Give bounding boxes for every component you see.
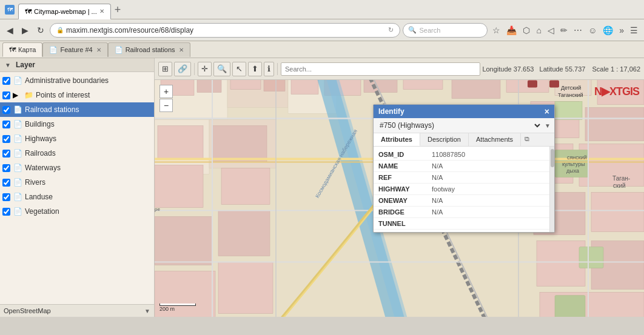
identify-val-name: N/A bbox=[432, 162, 443, 170]
link-tool-btn[interactable]: 🔗 bbox=[174, 62, 191, 76]
sidebar-dropdown-icon[interactable]: ▼ bbox=[144, 308, 150, 314]
svg-rect-60 bbox=[549, 81, 559, 88]
identify-key-name: NAME bbox=[378, 162, 427, 170]
globe-btn[interactable]: 🌐 bbox=[600, 24, 615, 36]
svg-text:Детский: Детский bbox=[561, 85, 581, 91]
home-btn[interactable]: ⌂ bbox=[534, 24, 543, 36]
identify-key-oneway: ONEWAY bbox=[378, 197, 427, 204]
layer-item-landuse[interactable]: 📄 Landuse bbox=[0, 190, 154, 204]
sidebar-header-label: Layer bbox=[16, 61, 35, 69]
browser-tab-active[interactable]: 🗺 Citymap-webmap | ... ✕ bbox=[18, 4, 111, 19]
zoom-in-btn[interactable]: + bbox=[159, 85, 173, 98]
sidebar-header: ▼ Layer bbox=[0, 58, 154, 72]
layer-icon-admin: 📄 bbox=[13, 76, 22, 85]
identify-feature-select[interactable]: #750 (Highways) bbox=[377, 121, 542, 130]
identify-row-osmid: OSM_ID 110887850 bbox=[374, 149, 549, 161]
zoom-tool-btn[interactable]: 🔍 bbox=[213, 62, 230, 76]
identify-dropdown-icon: ▼ bbox=[545, 122, 551, 129]
layer-item-buildings[interactable]: 📄 Buildings bbox=[0, 117, 154, 131]
tab-close-btn[interactable]: ✕ bbox=[99, 8, 104, 15]
svg-text:Таганский: Таганский bbox=[558, 92, 583, 98]
svg-rect-21 bbox=[155, 217, 212, 265]
back2-btn[interactable]: ◁ bbox=[545, 24, 557, 36]
layer-expand-icon[interactable]: ▼ bbox=[5, 62, 13, 68]
layer-checkbox-buildings[interactable] bbox=[2, 121, 10, 128]
layer-label-landuse: Landuse bbox=[25, 193, 53, 201]
more-btn[interactable]: ⋯ bbox=[571, 24, 585, 36]
layer-item-vegetation[interactable]: 📄 Vegetation bbox=[0, 204, 154, 219]
scale-label: Scale bbox=[592, 65, 609, 73]
identify-key-highway: HIGHWAY bbox=[378, 185, 427, 193]
app-tab-bar: 🗺 Карта 📄 Feature #4 ✕ 📄 Railroad statio… bbox=[0, 41, 644, 58]
map-search-input[interactable] bbox=[281, 62, 480, 76]
app-tab-railstations[interactable]: 📄 Railroad stations ✕ bbox=[108, 42, 190, 57]
main-layout: ▼ Layer 📄 Administrative boundaries ▶ 📁 … bbox=[0, 58, 644, 317]
layer-icon-railstations: 📄 bbox=[13, 105, 22, 114]
pen-btn[interactable]: ✏ bbox=[558, 24, 570, 36]
app-tab-feature[interactable]: 📄 Feature #4 ✕ bbox=[42, 42, 107, 57]
layer-checkbox-vegetation[interactable] bbox=[2, 208, 10, 216]
layer-checkbox-highways[interactable] bbox=[2, 135, 10, 143]
layer-checkbox-rivers[interactable] bbox=[2, 179, 10, 187]
forward-button[interactable]: ▶ bbox=[19, 24, 32, 36]
layer-checkbox-landuse[interactable] bbox=[2, 193, 10, 201]
layer-item-highways[interactable]: 📄 Highways bbox=[0, 131, 154, 146]
zoom-out-btn[interactable]: − bbox=[159, 99, 173, 112]
railstations-tab-icon: 📄 bbox=[115, 46, 123, 54]
layer-item-poi[interactable]: ▶ 📁 Points of interest bbox=[0, 88, 154, 102]
map-area[interactable]: Космодамианская набережная Детский Таган… bbox=[155, 80, 644, 317]
apps-btn[interactable]: ⬡ bbox=[520, 24, 532, 36]
identify-selector: #750 (Highways) ▼ bbox=[374, 118, 554, 133]
layer-checkbox-admin[interactable] bbox=[2, 77, 10, 85]
identify-tab-description[interactable]: Description bbox=[420, 133, 469, 146]
pan-tool-btn[interactable]: ✛ bbox=[198, 62, 212, 76]
scale-bar: 200 m bbox=[159, 303, 196, 312]
address-bar[interactable]: 🔒 maxim.nextgis.com/resource/68/display … bbox=[50, 23, 400, 38]
layer-checkbox-poi[interactable] bbox=[2, 91, 10, 99]
layer-checkbox-railroads[interactable] bbox=[2, 150, 10, 158]
layer-label-buildings: Buildings bbox=[25, 120, 55, 128]
layer-icon-landuse: 📄 bbox=[13, 192, 22, 202]
emoji-btn[interactable]: ☺ bbox=[586, 24, 599, 36]
scale-bar-label: 200 m bbox=[159, 306, 175, 312]
search-box[interactable]: 🔍 Search bbox=[403, 23, 488, 38]
back-button[interactable]: ◀ bbox=[4, 24, 16, 36]
identify-tab-attachments[interactable]: Attachments bbox=[469, 133, 521, 146]
overflow-btn[interactable]: » bbox=[617, 24, 626, 36]
refresh-button[interactable]: ↻ bbox=[34, 24, 47, 36]
layer-item-railstations[interactable]: 📄 Railroad stations bbox=[0, 102, 154, 117]
layer-expand-poi[interactable]: ▶ bbox=[13, 91, 21, 99]
identify-scrollbar[interactable] bbox=[549, 147, 554, 232]
app-tab-map[interactable]: 🗺 Карта bbox=[2, 42, 42, 57]
grid-tool-btn[interactable]: ⊞ bbox=[158, 62, 172, 76]
layer-item-rivers[interactable]: 📄 Rivers bbox=[0, 175, 154, 190]
layer-item-admin[interactable]: 📄 Administrative boundaries bbox=[0, 73, 154, 88]
info-tool-btn[interactable]: ℹ bbox=[264, 62, 274, 76]
map-tab-icon: 🗺 bbox=[9, 46, 16, 53]
layer-checkbox-railstations[interactable] bbox=[2, 106, 10, 114]
map-scale: Scale 1 : 17,062 bbox=[592, 65, 640, 73]
identify-tool-btn[interactable]: ↖ bbox=[232, 62, 246, 76]
railstations-tab-close[interactable]: ✕ bbox=[179, 47, 184, 53]
menu-btn[interactable]: ☰ bbox=[628, 24, 640, 36]
svg-rect-37 bbox=[579, 247, 603, 268]
identify-tab-attributes[interactable]: Attributes bbox=[374, 133, 420, 146]
layer-item-waterways[interactable]: 📄 Waterways bbox=[0, 161, 154, 175]
sidebar-bottom: OpenStreetMap ▼ bbox=[0, 304, 154, 317]
layer-checkbox-waterways[interactable] bbox=[2, 164, 10, 172]
identify-tab-copy[interactable]: ⧉ bbox=[521, 133, 533, 146]
download-btn[interactable]: 📥 bbox=[504, 24, 519, 36]
svg-text:ре: ре bbox=[155, 207, 160, 212]
identify-panel: Identify × #750 (Highways) ▼ Attributes … bbox=[373, 104, 555, 233]
layer-label-vegetation: Vegetation bbox=[25, 207, 59, 216]
new-tab-button[interactable]: + bbox=[111, 4, 125, 16]
layer-label-admin: Administrative boundaries bbox=[25, 76, 109, 85]
bookmark-btn[interactable]: ☆ bbox=[490, 24, 503, 36]
map-container: ⊞ 🔗 ✛ 🔍 ↖ ⬆ ℹ Longitude 37.653 Latitude … bbox=[155, 58, 644, 317]
export-tool-btn[interactable]: ⬆ bbox=[248, 62, 262, 76]
layer-item-railroads[interactable]: 📄 Railroads bbox=[0, 146, 154, 161]
svg-rect-32 bbox=[537, 241, 585, 287]
identify-val-highway: footway bbox=[432, 185, 455, 193]
feature-tab-close[interactable]: ✕ bbox=[96, 47, 101, 53]
identify-close-btn[interactable]: × bbox=[545, 107, 549, 116]
